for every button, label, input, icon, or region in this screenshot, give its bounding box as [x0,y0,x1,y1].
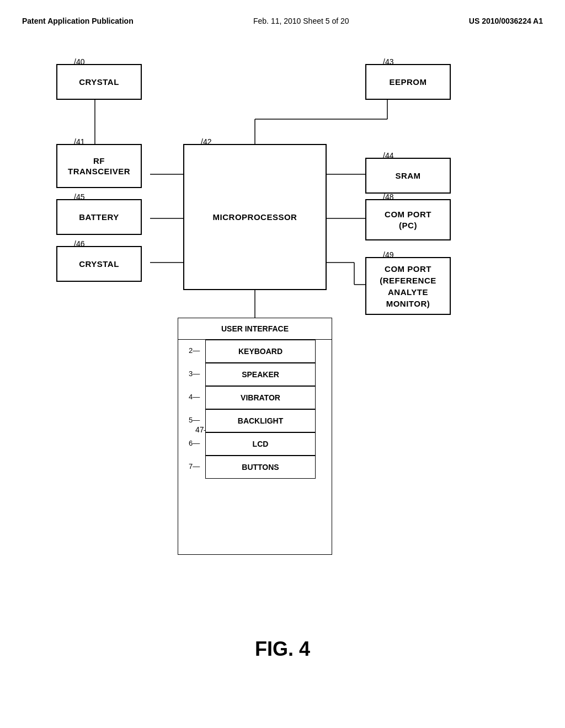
user-interface-title: USER INTERFACE [178,318,332,340]
label-5: 5— [189,416,200,424]
com-port-pc-label: COM PORT(PC) [385,209,431,231]
keyboard-box: KEYBOARD [205,340,316,363]
crystal1-label: CRYSTAL [79,77,119,87]
crystal2-box: CRYSTAL [56,246,142,282]
eeprom-box: EEPROM [365,64,451,100]
label-45: /45 [74,192,84,201]
com-port-pc-box: COM PORT(PC) [365,199,451,240]
rf-transceiver-box: RFTRANSCEIVER [56,144,142,188]
header-right: US 2010/0036224 A1 [469,17,543,25]
com-port-ref-box: COM PORT(REFERENCEANALYTEMONITOR) [365,257,451,315]
crystal1-box: CRYSTAL [56,64,142,100]
label-3: 3— [189,370,200,378]
buttons-box: BUTTONS [205,456,316,479]
label-48: /48 [383,192,393,201]
vibrator-box: VIBRATOR [205,386,316,409]
eeprom-label: EEPROM [389,77,427,87]
battery-box: BATTERY [56,199,142,235]
label-44: /44 [383,151,393,160]
label-41: /41 [74,137,84,146]
label-6: 6— [189,439,200,447]
rf-transceiver-label: RFTRANSCEIVER [68,156,130,177]
backlight-box: BACKLIGHT [205,409,316,432]
header-middle: Feb. 11, 2010 Sheet 5 of 20 [253,17,349,25]
crystal2-label: CRYSTAL [79,259,119,269]
page: Patent Application Publication Feb. 11, … [0,0,565,728]
sram-label: SRAM [395,171,420,180]
battery-label: BATTERY [79,212,119,222]
label-46: /46 [74,239,84,248]
diagram-area: CRYSTAL /40 RFTRANSCEIVER /41 MICROPROCE… [23,47,542,627]
microprocessor-label: MICROPROCESSOR [213,212,297,222]
label-4: 4— [189,393,200,401]
label-40: /40 [74,57,84,66]
microprocessor-box: MICROPROCESSOR [183,144,327,290]
speaker-box: SPEAKER [205,363,316,386]
label-2: 2— [189,346,200,355]
lcd-box: LCD [205,432,316,456]
header-left: Patent Application Publication [22,17,134,25]
label-49: /49 [383,250,393,259]
label-43: /43 [383,57,393,66]
label-7: 7— [189,462,200,470]
fig-caption: FIG. 4 [22,638,543,661]
com-port-ref-label: COM PORT(REFERENCEANALYTEMONITOR) [380,263,436,309]
header: Patent Application Publication Feb. 11, … [22,17,543,25]
label-42: /42 [201,137,211,146]
sram-box: SRAM [365,158,451,194]
